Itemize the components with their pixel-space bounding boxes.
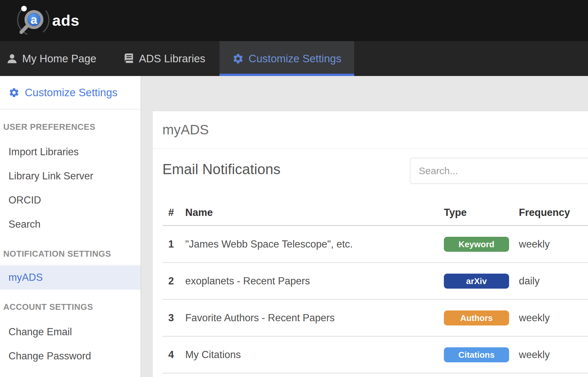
section-heading-notification-settings: NOTIFICATION SETTINGS: [0, 249, 141, 259]
tab-customize-settings[interactable]: Customize Settings: [219, 41, 354, 76]
row-number: 1: [162, 238, 185, 250]
notification-name: My Citations: [185, 349, 444, 361]
notification-name: exoplanets - Recent Papers: [185, 275, 444, 287]
panel-title: myADS: [153, 111, 588, 148]
section-heading-user-preferences: USER PREFERENCES: [0, 122, 141, 132]
frequency-value: weekly: [519, 238, 588, 250]
screen: a ads My Home Page ADS Libraries: [0, 0, 588, 377]
notification-settings-list: myADS: [0, 265, 141, 290]
search-input[interactable]: [410, 158, 588, 184]
type-badge: Keyword: [444, 237, 509, 252]
main-content: myADS Email Notifications # Name Type Fr…: [142, 76, 588, 377]
user-preferences-list: Import Libraries Library Link Server ORC…: [0, 140, 141, 236]
sidebar-item-orcid[interactable]: ORCID: [0, 188, 141, 212]
type-badge: Authors: [444, 310, 509, 325]
tab-my-home-page[interactable]: My Home Page: [7, 41, 96, 76]
svg-text:a: a: [31, 13, 38, 26]
table-header-row: # Name Type Frequency: [162, 200, 588, 226]
tab-label: My Home Page: [22, 53, 96, 65]
active-tab-indicator: [219, 74, 354, 76]
column-header-name: Name: [185, 207, 444, 219]
frequency-value: weekly: [519, 349, 588, 361]
section-heading-account-settings: ACCOUNT SETTINGS: [0, 302, 141, 312]
sidebar-item-import-libraries[interactable]: Import Libraries: [0, 140, 141, 164]
panel-header: myADS: [153, 111, 588, 149]
table-row[interactable]: 2 exoplanets - Recent Papers arXiv daily: [162, 263, 588, 300]
account-settings-list: Change Email Change Password: [0, 320, 141, 368]
ads-logo-icon[interactable]: a: [15, 2, 52, 39]
type-badge: arXiv: [444, 274, 509, 289]
tab-label: Customize Settings: [249, 53, 341, 65]
sidebar-item-search[interactable]: Search: [0, 212, 141, 236]
table-row[interactable]: 1 "James Webb Space Telescope", etc. Key…: [162, 226, 588, 263]
book-icon: [123, 53, 134, 64]
sidebar-item-change-email[interactable]: Change Email: [0, 320, 141, 344]
sidebar-item-myads[interactable]: myADS: [0, 265, 141, 290]
email-notifications-heading: Email Notifications: [162, 161, 280, 177]
sidebar-title-label: Customize Settings: [25, 86, 117, 99]
logo-text[interactable]: ads: [52, 0, 80, 41]
table-row[interactable]: 3 Favorite Authors - Recent Papers Autho…: [162, 300, 588, 337]
frequency-value: weekly: [519, 312, 588, 324]
tab-ads-libraries[interactable]: ADS Libraries: [123, 41, 205, 76]
table-row[interactable]: 4 My Citations Citations weekly: [162, 337, 588, 373]
column-header-number: #: [162, 207, 185, 219]
row-number: 2: [162, 275, 185, 287]
notifications-table: # Name Type Frequency 1 "James Webb Spac…: [162, 200, 588, 373]
row-number: 3: [162, 312, 185, 324]
sidebar-item-change-password[interactable]: Change Password: [0, 344, 141, 368]
column-header-frequency: Frequency: [519, 207, 588, 219]
settings-sidebar: Customize Settings USER PREFERENCES Impo…: [0, 76, 141, 377]
sidebar-title-customize-settings[interactable]: Customize Settings: [0, 76, 141, 110]
user-icon: [7, 53, 18, 64]
frequency-value: daily: [519, 275, 588, 287]
sidebar-item-library-link-server[interactable]: Library Link Server: [0, 164, 141, 188]
gear-icon: [232, 53, 244, 65]
row-number: 4: [162, 349, 185, 361]
notification-name: "James Webb Space Telescope", etc.: [185, 238, 444, 250]
gear-icon: [8, 87, 20, 98]
tab-label: ADS Libraries: [139, 53, 205, 65]
myads-panel: myADS Email Notifications # Name Type Fr…: [152, 111, 588, 377]
type-badge: Citations: [444, 347, 509, 362]
notification-name: Favorite Authors - Recent Papers: [185, 312, 444, 324]
column-header-type: Type: [444, 207, 519, 219]
top-bar: a ads: [0, 0, 588, 41]
main-navigation: My Home Page ADS Libraries Customize Set…: [0, 41, 588, 76]
